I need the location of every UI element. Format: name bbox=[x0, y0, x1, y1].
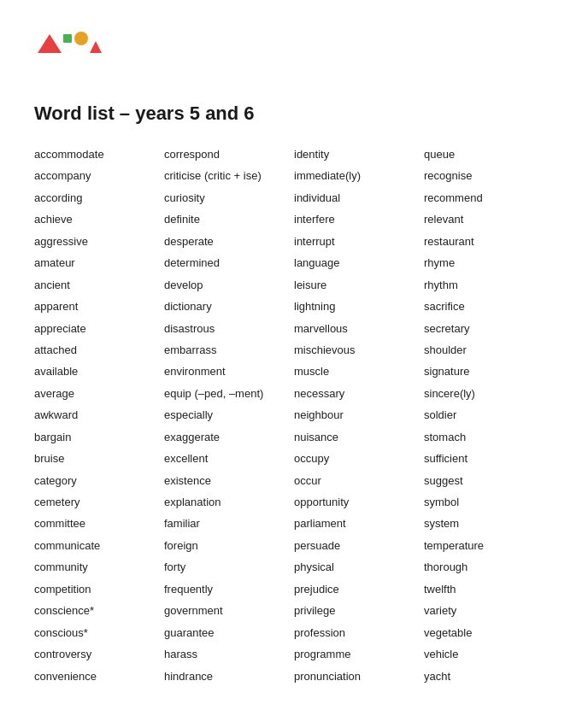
word-item: criticise (critic + ise) bbox=[164, 167, 294, 185]
svg-rect-1 bbox=[63, 34, 72, 43]
word-item: interrupt bbox=[294, 232, 424, 250]
word-item: immediate(ly) bbox=[294, 167, 424, 185]
svg-marker-0 bbox=[38, 34, 62, 53]
word-item: stomach bbox=[424, 428, 554, 446]
word-item: controversy bbox=[34, 645, 164, 663]
word-item: necessary bbox=[294, 384, 424, 402]
word-item: existence bbox=[164, 472, 294, 490]
word-item: programme bbox=[294, 645, 424, 663]
word-item: suggest bbox=[424, 472, 554, 490]
word-item: foreign bbox=[164, 537, 294, 555]
word-item: frequently bbox=[164, 580, 294, 598]
word-item: persuade bbox=[294, 537, 424, 555]
word-item: relevant bbox=[424, 210, 554, 228]
word-item: communicate bbox=[34, 537, 164, 555]
word-item: lightning bbox=[294, 297, 424, 315]
word-item: vegetable bbox=[424, 624, 554, 642]
word-item: marvellous bbox=[294, 320, 424, 337]
word-item: soldier bbox=[424, 406, 554, 424]
word-item: muscle bbox=[294, 362, 424, 380]
word-item: physical bbox=[294, 558, 424, 576]
word-item: occur bbox=[294, 472, 424, 490]
word-item: amateur bbox=[34, 254, 164, 272]
word-item: average bbox=[34, 384, 164, 402]
word-item: sacrifice bbox=[424, 297, 554, 315]
word-item: recommend bbox=[424, 189, 554, 207]
svg-marker-3 bbox=[90, 41, 102, 53]
word-item: guarantee bbox=[164, 624, 294, 642]
word-item: identity bbox=[294, 145, 424, 163]
word-item: competition bbox=[34, 580, 164, 598]
word-item: vehicle bbox=[424, 645, 554, 663]
word-item: definite bbox=[164, 210, 294, 228]
word-item: symbol bbox=[424, 493, 554, 511]
word-item: available bbox=[34, 362, 164, 380]
word-item: language bbox=[294, 254, 424, 272]
word-column-2: correspondcriticise (critic + ise)curios… bbox=[164, 145, 294, 685]
word-item: according bbox=[34, 189, 164, 207]
word-item: equip (–ped, –ment) bbox=[164, 384, 294, 402]
word-item: cemetery bbox=[34, 493, 164, 511]
word-item: forty bbox=[164, 558, 294, 576]
word-item: profession bbox=[294, 624, 424, 642]
word-item: hindrance bbox=[164, 667, 294, 685]
word-item: exaggerate bbox=[164, 428, 294, 446]
word-item: environment bbox=[164, 362, 294, 380]
word-item: committee bbox=[34, 514, 164, 532]
word-item: neighbour bbox=[294, 406, 424, 424]
word-item: familiar bbox=[164, 514, 294, 532]
word-item: curiosity bbox=[164, 189, 294, 207]
word-item: correspond bbox=[164, 145, 294, 163]
word-column-1: accommodateaccompanyaccordingachieveaggr… bbox=[34, 145, 164, 685]
word-item: twelfth bbox=[424, 580, 554, 598]
word-item: ancient bbox=[34, 276, 164, 294]
word-item: individual bbox=[294, 189, 424, 207]
word-item: determined bbox=[164, 254, 294, 272]
word-item: opportunity bbox=[294, 493, 424, 511]
word-item: bargain bbox=[34, 428, 164, 446]
word-item: appreciate bbox=[34, 320, 164, 337]
word-item: system bbox=[424, 514, 554, 532]
word-grid: accommodateaccompanyaccordingachieveaggr… bbox=[34, 145, 554, 685]
word-item: apparent bbox=[34, 297, 164, 315]
word-item: shoulder bbox=[424, 341, 554, 359]
word-item: interfere bbox=[294, 210, 424, 228]
word-column-4: queuerecogniserecommendrelevantrestauran… bbox=[424, 145, 554, 685]
word-item: achieve bbox=[34, 210, 164, 228]
svg-point-2 bbox=[74, 32, 88, 45]
word-item: disastrous bbox=[164, 320, 294, 337]
word-item: excellent bbox=[164, 449, 294, 467]
page-title: Word list – years 5 and 6 bbox=[34, 103, 554, 125]
word-item: develop bbox=[164, 276, 294, 294]
word-item: accommodate bbox=[34, 145, 164, 163]
word-item: parliament bbox=[294, 514, 424, 532]
word-item: embarrass bbox=[164, 341, 294, 359]
word-item: aggressive bbox=[34, 232, 164, 250]
word-item: community bbox=[34, 558, 164, 576]
word-item: especially bbox=[164, 406, 294, 424]
word-item: prejudice bbox=[294, 580, 424, 598]
word-item: conscious* bbox=[34, 624, 164, 642]
word-item: mischievous bbox=[294, 341, 424, 359]
word-item: restaurant bbox=[424, 232, 554, 250]
word-item: dictionary bbox=[164, 297, 294, 315]
word-item: secretary bbox=[424, 320, 554, 337]
logo-container bbox=[34, 27, 554, 62]
word-item: conscience* bbox=[34, 602, 164, 619]
word-item: pronunciation bbox=[294, 667, 424, 685]
word-item: rhyme bbox=[424, 254, 554, 272]
word-item: queue bbox=[424, 145, 554, 163]
word-item: thorough bbox=[424, 558, 554, 576]
word-item: sufficient bbox=[424, 449, 554, 467]
word-item: privilege bbox=[294, 602, 424, 619]
word-item: occupy bbox=[294, 449, 424, 467]
word-item: awkward bbox=[34, 406, 164, 424]
word-column-3: identityimmediate(ly)individualinterfere… bbox=[294, 145, 424, 685]
word-item: category bbox=[34, 472, 164, 490]
word-item: convenience bbox=[34, 667, 164, 685]
word-item: government bbox=[164, 602, 294, 619]
word-item: sincere(ly) bbox=[424, 384, 554, 402]
word-item: variety bbox=[424, 602, 554, 619]
word-item: attached bbox=[34, 341, 164, 359]
word-item: leisure bbox=[294, 276, 424, 294]
